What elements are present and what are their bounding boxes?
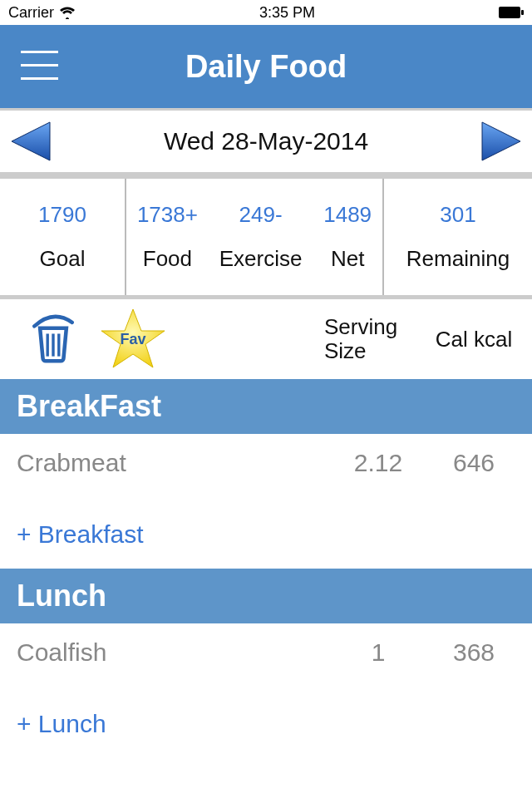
stat-net-label: Net: [331, 246, 364, 272]
add-lunch-button[interactable]: + Lunch: [0, 682, 532, 758]
stat-remaining-label: Remaining: [406, 246, 510, 272]
svg-marker-3: [482, 122, 520, 160]
stat-net: 1489 Net: [323, 202, 372, 272]
status-right: [499, 7, 524, 18]
trash-button[interactable]: [25, 309, 100, 369]
stat-exercise-label: Exercise: [219, 246, 303, 272]
trash-icon: [25, 309, 81, 366]
stat-food-value: 1738+: [137, 202, 198, 228]
add-breakfast-button[interactable]: + Breakfast: [0, 492, 532, 569]
favorite-button[interactable]: Fav: [100, 308, 200, 371]
date-label: Wed 28-May-2014: [164, 127, 368, 155]
food-item[interactable]: Crabmeat 2.12 646: [0, 434, 532, 492]
fav-label: Fav: [100, 331, 166, 348]
section-breakfast: BreakFast: [0, 379, 532, 434]
stat-exercise: 249- Exercise: [219, 202, 303, 272]
status-left: Carrier: [8, 4, 76, 22]
section-lunch: Lunch: [0, 569, 532, 623]
battery-icon: [499, 7, 524, 18]
wifi-icon: [59, 6, 76, 19]
stat-net-value: 1489: [323, 202, 372, 228]
next-day-button[interactable]: [480, 121, 522, 162]
stat-remaining: 301 Remaining: [382, 179, 532, 295]
svg-rect-1: [521, 10, 524, 15]
stat-goal: 1790 Goal: [0, 179, 125, 295]
food-name: Coalfish: [17, 638, 324, 667]
stat-goal-value: 1790: [38, 202, 86, 228]
food-serving: 2.12: [324, 449, 432, 477]
nav-bar: Daily Food: [0, 25, 532, 108]
stat-goal-label: Goal: [40, 246, 86, 272]
date-row: Wed 28-May-2014: [0, 108, 532, 175]
food-cal: 368: [432, 638, 515, 667]
carrier-label: Carrier: [8, 4, 54, 22]
stat-remaining-value: 301: [440, 202, 475, 228]
food-item[interactable]: Coalfish 1 368: [0, 623, 532, 682]
svg-marker-2: [12, 122, 50, 160]
column-cal-label: Cal kcal: [432, 328, 515, 352]
prev-day-button[interactable]: [10, 121, 52, 162]
stat-food: 1738+ Food: [137, 202, 198, 272]
food-serving: 1: [324, 638, 432, 667]
menu-icon[interactable]: [21, 51, 58, 82]
food-name: Crabmeat: [17, 449, 324, 477]
stat-food-label: Food: [143, 246, 192, 272]
stats-row: 1790 Goal 1738+ Food 249- Exercise 1489 …: [0, 175, 532, 299]
stat-exercise-value: 249-: [239, 202, 283, 228]
page-title: Daily Food: [185, 49, 347, 85]
status-bar: Carrier 3:35 PM: [0, 0, 532, 25]
svg-rect-0: [499, 7, 520, 18]
food-cal: 646: [432, 449, 515, 477]
clock-label: 3:35 PM: [259, 4, 315, 22]
column-serving-label: Serving Size: [324, 315, 432, 362]
stat-mid: 1738+ Food 249- Exercise 1489 Net: [125, 179, 382, 295]
header-row: Fav Serving Size Cal kcal: [0, 299, 532, 379]
